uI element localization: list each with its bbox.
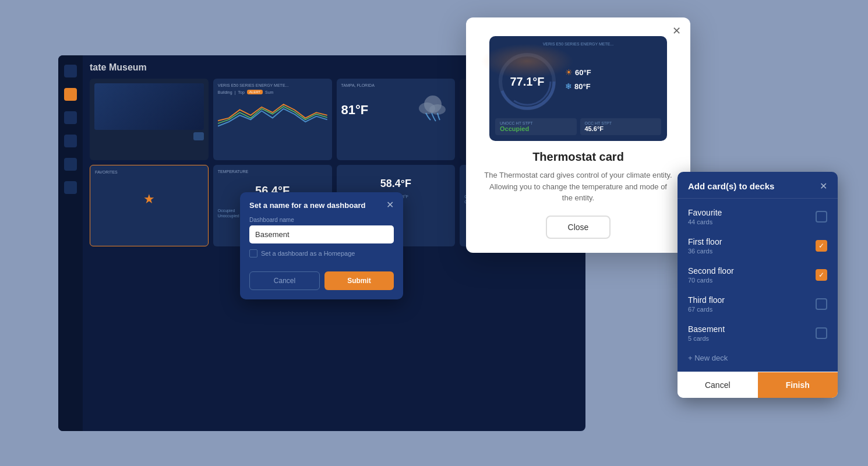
tc-occ: OCC HT STPT 45.6°F [580, 118, 662, 135]
add-decks-title: Add card(s) to decks [688, 181, 774, 191]
deck-item-basement[interactable]: Basement 5 cards [678, 319, 838, 348]
thermostat-title: Thermostat card [484, 150, 673, 164]
tc-occ-val: 45.6°F [585, 125, 657, 132]
deck-name-third-floor: Third floor [688, 295, 725, 305]
sidebar-icon-grid[interactable] [64, 88, 77, 101]
name-modal-close[interactable]: ✕ [386, 200, 394, 210]
sidebar-icon-chart[interactable] [64, 158, 77, 171]
deck-count-first-floor: 36 cards [688, 248, 722, 255]
deck-name-basement: Basement [688, 324, 725, 334]
deck-item-second-floor[interactable]: Second floor 70 cards [678, 260, 838, 290]
name-submit-button[interactable]: Submit [324, 271, 394, 290]
sidebar-icon-home[interactable] [64, 65, 77, 77]
name-dashboard-modal: Set a name for a new dashboard ✕ Dashboa… [240, 192, 403, 299]
add-decks-header: Add card(s) to decks ✕ [678, 172, 838, 199]
tc-temperature: 77.1°F [510, 75, 544, 89]
deck-name-favourite: Favourite [688, 208, 722, 217]
name-modal-body: Dashboard name Set a dashboard as a Home… [240, 217, 403, 271]
bg-card-weather: TAMPA, FLORIDA 81°F [337, 79, 456, 160]
tc-header: VERIS E50 SERIES ENERGY METE... [495, 42, 661, 46]
deck-item-third-floor[interactable]: Third floor 67 cards [678, 290, 838, 319]
decks-cancel-button[interactable]: Cancel [678, 372, 758, 398]
deck-count-second-floor: 70 cards [688, 277, 734, 284]
tc-body: 77.1°F ☀ 60°F ❄ 80°F [495, 50, 661, 114]
cool-setpoint-val: 80°F [574, 82, 591, 91]
sidebar-icon-layers[interactable] [64, 111, 77, 124]
deck-checkbox-first-floor[interactable] [816, 240, 827, 252]
field-label: Dashboard name [249, 217, 394, 223]
sidebar-icon-settings[interactable] [64, 135, 77, 147]
heat-setpoint-val: 60°F [575, 68, 591, 77]
homepage-checkbox-row: Set a dashboard as a Homepage [249, 249, 394, 257]
deck-name-second-floor: Second floor [688, 266, 734, 276]
name-cancel-button[interactable]: Cancel [249, 271, 320, 290]
tc-cool-setpoint: ❄ 80°F [565, 82, 661, 91]
new-deck-label: + New deck [688, 354, 728, 362]
deck-name-first-floor: First floor [688, 237, 722, 246]
deck-count-third-floor: 67 cards [688, 306, 725, 313]
homepage-label: Set a dashboard as a Homepage [261, 250, 355, 257]
sidebar [58, 55, 83, 431]
dashboard-name-input[interactable] [249, 225, 394, 243]
bg-card-energy: VERIS E50 SERIES ENERGY METE... Building… [213, 79, 332, 160]
deck-checkbox-favourite[interactable] [816, 211, 827, 223]
add-decks-modal: Add card(s) to decks ✕ Favourite 44 card… [678, 172, 838, 398]
deck-list: Favourite 44 cards First floor 36 cards … [678, 199, 838, 372]
bg-card-thumbnail [90, 79, 209, 160]
tc-unocc: UNOCC HT STPT Occupied [495, 118, 577, 135]
decks-finish-button[interactable]: Finish [758, 372, 838, 398]
thermostat-info: Thermostat card The Thermostat card give… [466, 150, 690, 216]
cool-icon: ❄ [565, 82, 572, 91]
thermostat-close-x[interactable]: ✕ [672, 26, 681, 36]
tc-footer: UNOCC HT STPT Occupied OCC HT STPT 45.6°… [495, 118, 661, 135]
deck-item-favourite[interactable]: Favourite 44 cards [678, 202, 838, 231]
deck-count-basement: 5 cards [688, 335, 725, 342]
thermostat-card-preview: VERIS E50 SERIES ENERGY METE... 77.1°F ☀… [489, 36, 667, 141]
add-decks-footer: Cancel Finish [678, 372, 838, 398]
new-deck-row[interactable]: + New deck [678, 348, 838, 368]
weather-cloud-icon [415, 90, 450, 125]
thermostat-modal-footer: Close [466, 216, 690, 253]
deck-checkbox-third-floor[interactable] [816, 298, 827, 310]
tc-occupied-val: Occupied [500, 125, 572, 132]
thermostat-modal: ✕ VERIS E50 SERIES ENERGY METE... 77.1°F… [466, 17, 690, 253]
thermostat-description: The Thermostat card gives control of you… [484, 170, 673, 204]
deck-checkbox-second-floor[interactable] [816, 269, 827, 281]
name-modal-header: Set a name for a new dashboard ✕ [240, 192, 403, 217]
deck-checkbox-basement[interactable] [816, 327, 827, 339]
heat-icon: ☀ [565, 68, 573, 77]
tc-right: ☀ 60°F ❄ 80°F [565, 68, 661, 96]
name-modal-footer: Cancel Submit [240, 271, 403, 299]
name-modal-title: Set a name for a new dashboard [249, 201, 365, 210]
homepage-checkbox[interactable] [249, 249, 257, 257]
energy-chart [218, 98, 327, 130]
tc-heat-setpoint: ☀ 60°F [565, 68, 661, 77]
sidebar-icon-map[interactable] [64, 181, 77, 194]
deck-count-favourite: 44 cards [688, 218, 722, 225]
thermostat-modal-header: ✕ [466, 17, 690, 36]
bg-card-favorites: Favorites ★ [90, 165, 209, 246]
thermostat-close-button[interactable]: Close [546, 216, 611, 239]
deck-item-first-floor[interactable]: First floor 36 cards [678, 231, 838, 260]
tc-gauge: 77.1°F [495, 50, 559, 114]
add-decks-close[interactable]: ✕ [820, 182, 827, 191]
